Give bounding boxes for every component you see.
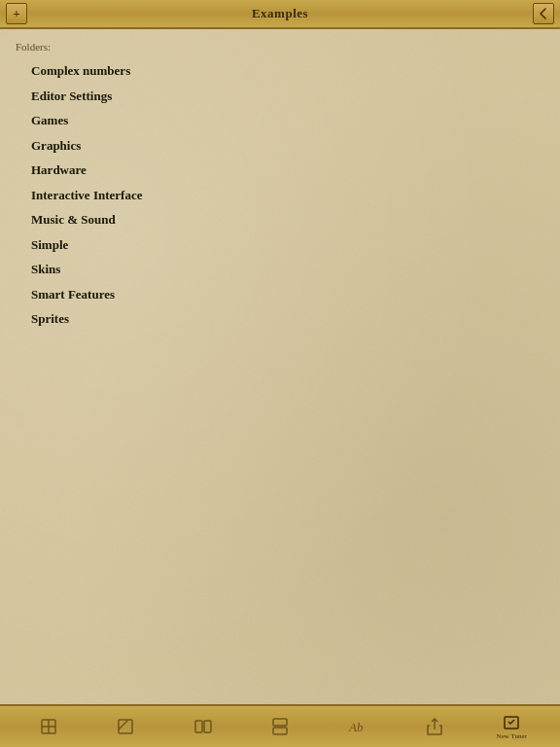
- svg-rect-5: [195, 721, 202, 732]
- list-item[interactable]: Hardware: [16, 158, 544, 183]
- share-button[interactable]: [415, 718, 454, 735]
- list-item[interactable]: Sprites: [16, 306, 544, 332]
- svg-rect-7: [273, 719, 287, 726]
- page-title: Examples: [252, 6, 308, 21]
- share-icon: [426, 718, 443, 735]
- list-item[interactable]: Games: [16, 108, 544, 133]
- list-item[interactable]: Graphics: [16, 133, 544, 159]
- add-button[interactable]: +: [6, 3, 27, 24]
- move-icon: [40, 718, 57, 735]
- new-tuner-label: New Tuner: [497, 732, 527, 740]
- resize-button[interactable]: [106, 718, 145, 735]
- list-item[interactable]: Simple: [16, 232, 544, 258]
- svg-rect-6: [204, 721, 211, 732]
- svg-rect-8: [273, 728, 287, 734]
- back-button[interactable]: [533, 3, 554, 24]
- split-v-icon: [271, 718, 289, 735]
- list-item[interactable]: Complex numbers: [16, 58, 544, 84]
- folders-label: Folders:: [16, 41, 544, 53]
- back-icon: [535, 5, 552, 22]
- new-tuner-button[interactable]: New Tuner: [492, 714, 531, 740]
- toolbar-bottom: Ab New Tuner: [0, 704, 560, 747]
- split-v-button[interactable]: [261, 718, 299, 735]
- svg-text:Ab: Ab: [348, 720, 364, 734]
- svg-line-4: [119, 720, 128, 729]
- list-item[interactable]: Interactive Interface: [16, 183, 544, 208]
- list-item[interactable]: Skins: [16, 257, 544, 282]
- app-container: + Examples Folders: Complex numbersEdito…: [0, 0, 560, 747]
- font-button[interactable]: Ab: [337, 718, 376, 735]
- list-item[interactable]: Music & Sound: [16, 207, 544, 232]
- list-item[interactable]: Smart Features: [16, 282, 544, 307]
- move-button[interactable]: [29, 718, 68, 735]
- toolbar-top: + Examples: [0, 0, 560, 29]
- split-h-icon: [194, 718, 212, 735]
- content-area: Folders: Complex numbersEditor SettingsG…: [0, 29, 560, 704]
- split-h-button[interactable]: [184, 718, 223, 735]
- folder-list: Complex numbersEditor SettingsGamesGraph…: [16, 58, 544, 332]
- font-icon: Ab: [348, 718, 366, 735]
- new-tuner-icon: [503, 714, 520, 731]
- resize-icon: [117, 718, 134, 735]
- list-item[interactable]: Editor Settings: [16, 84, 544, 109]
